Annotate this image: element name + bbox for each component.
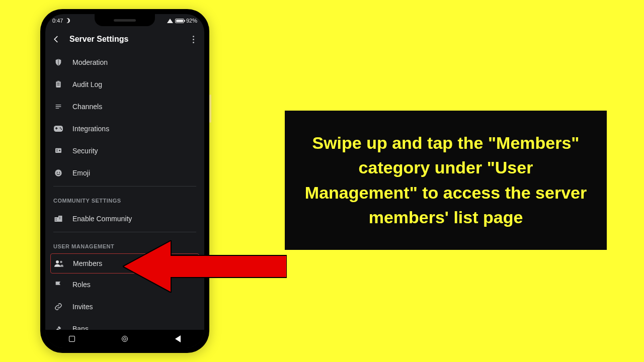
members-icon xyxy=(54,260,64,267)
row-label: Members xyxy=(73,259,102,267)
shield-icon xyxy=(53,58,63,66)
svg-point-17 xyxy=(59,172,60,173)
do-not-disturb-icon xyxy=(65,18,70,23)
row-label: Channels xyxy=(72,103,102,111)
battery-icon xyxy=(175,19,184,23)
svg-rect-1 xyxy=(57,81,59,82)
row-channels[interactable]: Channels xyxy=(45,96,204,118)
row-invites[interactable]: Invites xyxy=(45,296,204,318)
svg-rect-13 xyxy=(56,151,58,151)
section-community-settings: COMMUNITY SETTINGS xyxy=(45,189,204,208)
page-title: Server Settings xyxy=(69,35,180,44)
settings-list[interactable]: Moderation Audit Log Channels Integratio… xyxy=(45,51,204,348)
divider xyxy=(53,232,196,232)
screen: 0:47 92% Server Settings Moderation xyxy=(45,14,204,348)
row-roles[interactable]: Roles xyxy=(45,274,204,296)
clipboard-icon xyxy=(53,80,63,88)
svg-rect-0 xyxy=(56,81,60,87)
row-label: Audit Log xyxy=(72,80,102,88)
list-icon xyxy=(53,103,63,111)
more-options-button[interactable] xyxy=(188,36,198,43)
row-label: Moderation xyxy=(72,58,108,66)
svg-point-24 xyxy=(56,260,59,263)
lock-icon xyxy=(53,147,63,155)
svg-point-25 xyxy=(60,261,62,263)
link-icon xyxy=(53,303,63,311)
svg-rect-23 xyxy=(59,218,60,219)
phone-power-button xyxy=(209,95,211,123)
svg-point-14 xyxy=(59,150,60,151)
svg-rect-12 xyxy=(56,149,58,150)
instruction-text: Swipe up and tap the "Members" category … xyxy=(285,111,607,250)
nav-recent-button[interactable] xyxy=(68,335,75,342)
row-emoji[interactable]: Emoji xyxy=(45,162,204,184)
nav-home-button[interactable] xyxy=(121,335,128,342)
svg-point-7 xyxy=(60,127,61,128)
svg-rect-10 xyxy=(56,127,57,130)
gamepad-icon xyxy=(53,125,63,132)
row-label: Roles xyxy=(72,281,91,289)
row-integrations[interactable]: Integrations xyxy=(45,118,204,140)
svg-rect-2 xyxy=(57,83,59,84)
nav-back-button[interactable] xyxy=(174,335,181,342)
row-security[interactable]: Security xyxy=(45,140,204,162)
row-members[interactable]: Members xyxy=(50,253,199,274)
row-label: Emoji xyxy=(72,169,90,177)
row-moderation[interactable]: Moderation xyxy=(45,51,204,73)
phone-frame: 0:47 92% Server Settings Moderation xyxy=(40,9,209,353)
svg-point-8 xyxy=(61,129,62,130)
row-label: Integrations xyxy=(72,125,109,133)
back-button[interactable] xyxy=(51,34,61,44)
emoji-icon xyxy=(53,169,63,177)
row-enable-community[interactable]: Enable Community xyxy=(45,208,204,230)
row-label: Enable Community xyxy=(72,215,132,223)
community-icon xyxy=(53,215,63,223)
svg-rect-22 xyxy=(59,217,60,218)
phone-notch xyxy=(95,14,155,26)
row-label: Security xyxy=(72,147,98,155)
svg-point-16 xyxy=(57,172,58,173)
android-nav-bar xyxy=(45,330,204,348)
svg-rect-18 xyxy=(55,217,59,222)
status-battery: 92% xyxy=(186,18,197,24)
status-time: 0:47 xyxy=(52,18,63,24)
flag-icon xyxy=(53,281,63,289)
svg-rect-3 xyxy=(57,85,59,85)
divider xyxy=(53,186,196,187)
svg-rect-21 xyxy=(56,220,57,221)
svg-point-15 xyxy=(55,169,61,176)
wifi-icon xyxy=(167,19,173,23)
section-user-management: USER MANAGEMENT xyxy=(45,234,204,253)
svg-rect-20 xyxy=(56,218,57,219)
row-audit-log[interactable]: Audit Log xyxy=(45,73,204,96)
svg-rect-11 xyxy=(55,148,61,153)
row-label: Invites xyxy=(72,303,93,311)
app-header: Server Settings xyxy=(45,27,204,51)
